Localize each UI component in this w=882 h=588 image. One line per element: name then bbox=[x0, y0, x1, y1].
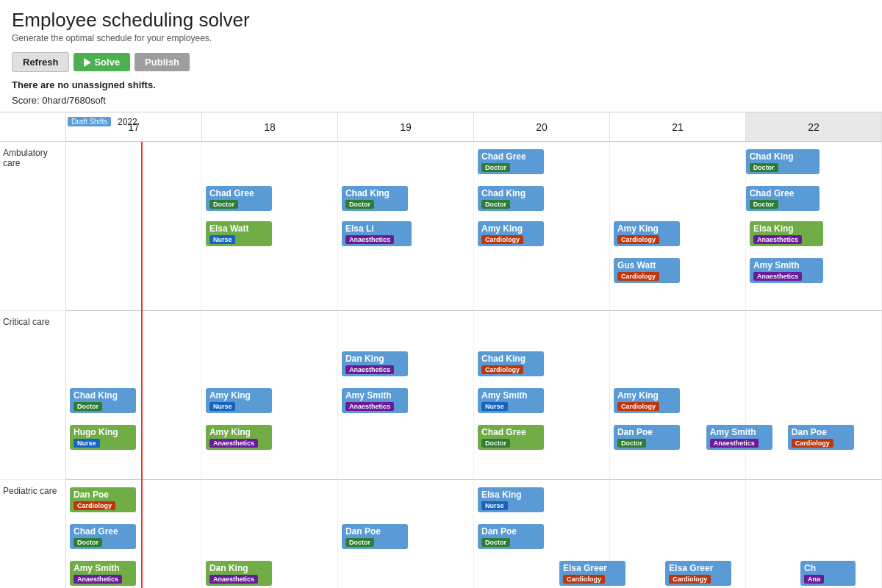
shift-card[interactable]: Amy King Cardiology bbox=[614, 221, 680, 246]
shift-card[interactable]: Amy Smith Anaesthetics bbox=[342, 388, 408, 413]
row-label-header bbox=[0, 112, 65, 142]
day-header-20: 20 bbox=[474, 112, 610, 141]
score-message: Score: 0hard/7680soft bbox=[0, 93, 882, 112]
shift-card[interactable]: Ch Ana bbox=[800, 561, 856, 586]
col-lines bbox=[66, 480, 882, 588]
col-lines bbox=[66, 311, 882, 479]
shift-card[interactable]: Amy Smith Anaesthetics bbox=[750, 258, 823, 283]
shift-card[interactable]: Chad Gree Doctor bbox=[478, 425, 544, 450]
day-header-18: 18 bbox=[202, 112, 338, 141]
shift-card[interactable]: Elsa King Anaesthetics bbox=[750, 221, 823, 246]
draft-tag: Draft Shifts bbox=[68, 117, 111, 126]
shift-card[interactable]: Amy King Anaesthetics bbox=[206, 425, 272, 450]
shift-card[interactable]: Elsa Li Anaesthetics bbox=[342, 221, 412, 246]
shift-card[interactable]: Elsa Greer Cardiology bbox=[559, 561, 625, 586]
rows-area: Chad King Doctor Chad Gree Doctor Elsa W… bbox=[66, 142, 882, 588]
row-label-critical: Critical care bbox=[0, 311, 65, 480]
shift-card[interactable]: Elsa King Nurse bbox=[478, 487, 544, 512]
today-line bbox=[141, 142, 143, 588]
day-header-19: 19 bbox=[338, 112, 474, 141]
shift-card[interactable]: Dan Poe Doctor bbox=[614, 425, 680, 450]
day-header-21: 21 bbox=[610, 112, 746, 141]
row-label-pediatric: Pediatric care bbox=[0, 480, 65, 588]
shift-card[interactable]: Dan Poe Cardiology bbox=[70, 487, 136, 512]
shift-card[interactable]: Chad King Doctor bbox=[746, 149, 820, 174]
shift-card[interactable]: Chad Gree Doctor bbox=[746, 186, 820, 211]
page-header: Employee scheduling solver Generate the … bbox=[0, 0, 882, 112]
shift-card[interactable]: Dan Poe Doctor bbox=[478, 524, 544, 549]
calendar-container: Ambulatory care Critical care Pediatric … bbox=[0, 112, 882, 588]
section-pediatric: Dan Poe Cardiology Chad Gree Doctor Amy … bbox=[66, 480, 882, 588]
shift-card[interactable]: Dan Poe Cardiology bbox=[788, 425, 854, 450]
shift-card[interactable]: Gus Watt Cardiology bbox=[614, 258, 680, 283]
calendar-body: Draft Shifts 2022 17 18 19 20 21 bbox=[66, 112, 882, 588]
shift-card[interactable]: Amy Smith Nurse bbox=[478, 388, 544, 413]
status-message: There are no unassigned shifts. bbox=[0, 78, 882, 93]
shift-card[interactable]: Dan King Anaesthetics bbox=[206, 561, 272, 586]
page-subtitle: Generate the optimal schedule for your e… bbox=[12, 33, 870, 43]
row-labels: Ambulatory care Critical care Pediatric … bbox=[0, 112, 66, 588]
section-critical: Chad King Doctor Hugo King Nurse Amy Kin… bbox=[66, 311, 882, 480]
shift-card[interactable]: Chad King Doctor bbox=[70, 388, 136, 413]
shift-card[interactable]: Amy King Cardiology bbox=[614, 388, 680, 413]
shift-card[interactable]: Chad King Doctor bbox=[342, 186, 408, 211]
row-label-ambulatory: Ambulatory care bbox=[0, 142, 65, 311]
year-label: 2022 bbox=[118, 117, 137, 127]
publish-button[interactable]: Publish bbox=[135, 53, 190, 71]
toolbar: Refresh Solve Publish bbox=[0, 46, 882, 78]
shift-card[interactable]: Amy King Cardiology bbox=[478, 221, 544, 246]
solve-button[interactable]: Solve bbox=[74, 53, 130, 71]
shift-card[interactable]: Chad King Doctor bbox=[478, 186, 544, 211]
shift-card[interactable]: Chad Gree Doctor bbox=[206, 186, 272, 211]
play-icon bbox=[84, 58, 91, 67]
shift-card[interactable]: Dan King Anaesthetics bbox=[342, 351, 408, 376]
shift-card[interactable]: Chad Gree Doctor bbox=[70, 524, 136, 549]
calendar-grid: Ambulatory care Critical care Pediatric … bbox=[0, 112, 882, 588]
shift-card[interactable]: Amy Smith Anaesthetics bbox=[70, 561, 136, 586]
shift-card[interactable]: Elsa Watt Nurse bbox=[206, 221, 272, 246]
section-ambulatory: Chad King Doctor Chad Gree Doctor Elsa W… bbox=[66, 142, 882, 311]
shift-card[interactable]: Chad Gree Doctor bbox=[478, 149, 544, 174]
shift-card[interactable]: Chad King Cardiology bbox=[478, 351, 544, 376]
day-headers: Draft Shifts 2022 17 18 19 20 21 bbox=[66, 112, 882, 142]
shift-card[interactable]: Dan Poe Doctor bbox=[342, 524, 408, 549]
page-title: Employee scheduling solver bbox=[12, 9, 870, 32]
refresh-button[interactable]: Refresh bbox=[12, 52, 69, 72]
shift-card[interactable]: Amy King Nurse bbox=[206, 388, 272, 413]
day-header-22: 22 bbox=[746, 112, 882, 141]
shift-card[interactable]: Amy Smith Anaesthetics bbox=[706, 425, 772, 450]
shift-card[interactable]: Elsa Greer Cardiology bbox=[665, 561, 731, 586]
shift-card[interactable]: Hugo King Nurse bbox=[70, 425, 136, 450]
